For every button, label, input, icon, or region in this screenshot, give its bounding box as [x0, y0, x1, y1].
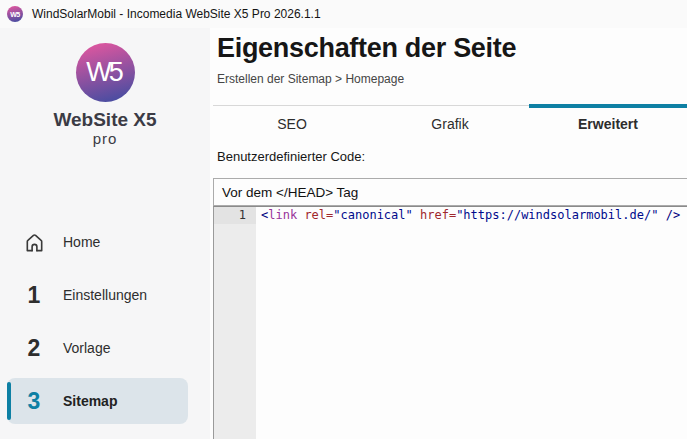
tab-seo[interactable]: SEO	[213, 105, 371, 135]
tab-grafik[interactable]: Grafik	[371, 105, 529, 135]
sidebar: W5 WebSite X5 pro Home 1 Einstellungen 2…	[0, 28, 210, 439]
tab-label: Erweitert	[578, 116, 638, 132]
app-logo-icon: W5	[7, 6, 23, 22]
sidebar-item-vorlage[interactable]: 2 Vorlage	[7, 325, 188, 371]
sidebar-menu: Home 1 Einstellungen 2 Vorlage 3 Sitemap	[7, 219, 188, 431]
line-number: 1	[214, 207, 256, 224]
code-line-text[interactable]: <link rel="canonical" href="https://wind…	[261, 207, 680, 224]
sidebar-item-label: Vorlage	[63, 340, 110, 356]
sidebar-item-einstellungen[interactable]: 1 Einstellungen	[7, 272, 188, 318]
breadcrumb: Erstellen der Sitemap > Homepage	[217, 72, 687, 86]
code-position-value: Vor dem </HEAD> Tag	[222, 185, 358, 200]
sidebar-item-sitemap[interactable]: 3 Sitemap	[7, 378, 188, 424]
home-icon	[17, 231, 51, 254]
brand-edition: pro	[0, 130, 210, 147]
selected-accent-bar	[7, 382, 11, 420]
sidebar-item-label: Sitemap	[63, 393, 117, 409]
code-editor[interactable]: 1 <link rel="canonical" href="https://wi…	[213, 206, 687, 439]
custom-code-label: Benutzerdefinierter Code:	[217, 149, 365, 164]
step-number: 3	[17, 390, 51, 413]
line-number-gutter: 1	[214, 207, 256, 439]
sidebar-item-home[interactable]: Home	[7, 219, 188, 265]
window-titlebar: W5 WindSolarMobil - Incomedia WebSite X5…	[0, 0, 687, 28]
sidebar-item-label: Einstellungen	[63, 287, 147, 303]
websitex5-logo-icon: W5	[76, 43, 135, 102]
active-tab-indicator	[529, 104, 687, 108]
step-number: 1	[17, 284, 51, 307]
tab-erweitert[interactable]: Erweitert	[529, 105, 687, 135]
page-title: Eigenschaften der Seite	[217, 33, 687, 64]
tab-bar: SEO Grafik Erweitert	[213, 105, 687, 135]
code-position-select[interactable]: Vor dem </HEAD> Tag	[213, 178, 687, 206]
step-number: 2	[17, 337, 51, 360]
brand-name: WebSite X5	[0, 109, 210, 131]
window-title: WindSolarMobil - Incomedia WebSite X5 Pr…	[32, 7, 321, 21]
main-panel: Eigenschaften der Seite Erstellen der Si…	[210, 28, 687, 439]
sidebar-item-label: Home	[63, 234, 100, 250]
